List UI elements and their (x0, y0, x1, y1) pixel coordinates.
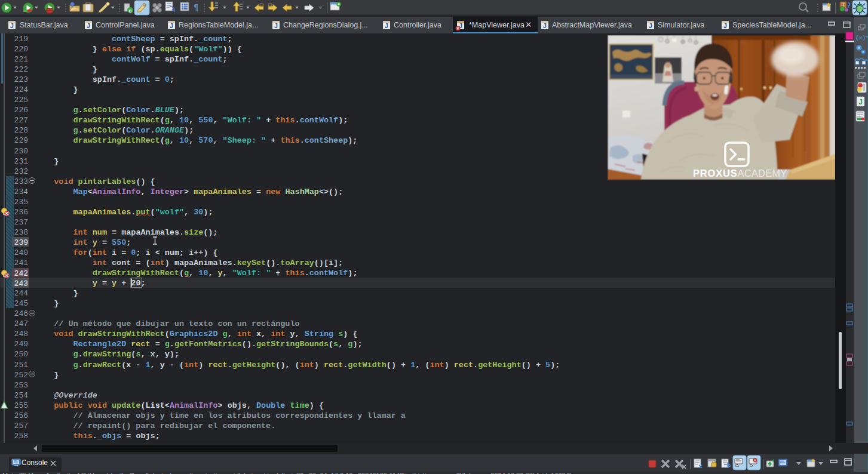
svg-text:¶: ¶ (194, 2, 198, 12)
svg-text:J: J (10, 22, 14, 29)
svg-text:PROXUSACADEMY: PROXUSACADEMY (693, 168, 787, 178)
svg-text:c: c (128, 8, 131, 14)
svg-text:(x)=: (x)= (855, 35, 868, 41)
svg-text:J: J (858, 98, 863, 106)
